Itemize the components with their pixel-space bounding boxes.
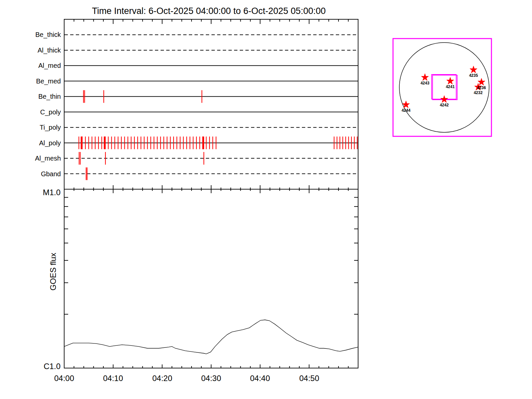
active-region-labels: 4243424142354236423242424244 xyxy=(402,73,486,113)
channel-label-gband: Gband xyxy=(41,170,61,178)
time-tick-label-0410: 04:10 xyxy=(103,374,123,383)
active-region-star xyxy=(421,74,429,81)
goes-ymin-label: C1.0 xyxy=(44,362,61,371)
active-region-number: 4244 xyxy=(402,108,411,113)
channel-label-al-thick: Al_thick xyxy=(38,47,61,54)
active-region-star xyxy=(441,96,448,103)
channel-label-al-poly: Al_poly xyxy=(39,139,61,147)
time-tick-label-0400: 04:00 xyxy=(54,374,74,383)
timeline-panel-border xyxy=(64,19,358,189)
channel-label-al-med: Al_med xyxy=(38,62,61,69)
channel-row-lines xyxy=(65,35,358,174)
active-region-star xyxy=(447,77,454,84)
channel-labels: Be_thick Al_thick Al_med Be_med Be_thin … xyxy=(35,31,61,178)
time-tick-label-0420: 04:20 xyxy=(152,374,172,383)
observation-timeline-figure: 4243424142354236423242424244 Time Interv… xyxy=(0,0,532,399)
sun-pointing-map xyxy=(393,39,491,136)
active-region-number: 4236 xyxy=(477,85,486,90)
channel-label-al-mesh: Al_mesh xyxy=(35,155,61,162)
panel-borders xyxy=(64,19,358,368)
active-region-number: 4235 xyxy=(469,73,478,78)
channel-label-ti-poly: Ti_poly xyxy=(40,124,61,131)
active-region-number: 4232 xyxy=(474,90,483,95)
channel-label-be-thin: Be_thin xyxy=(38,93,61,100)
figure-title: Time Interval: 6-Oct-2025 04:00:00 to 6-… xyxy=(92,6,326,16)
solar-limb-circle xyxy=(399,43,489,132)
active-region-number: 4242 xyxy=(440,103,449,107)
axis-ticks xyxy=(64,19,358,368)
time-tick-label-0440: 04:40 xyxy=(250,374,270,383)
goes-panel-border xyxy=(64,189,358,368)
channel-label-c-poly: C_poly xyxy=(40,108,61,116)
goes-y-axis-title: GOES flux xyxy=(49,253,58,290)
exposure-ticks xyxy=(79,90,357,180)
channel-label-be-thick: Be_thick xyxy=(35,31,61,39)
goes-ymax-label: M1.0 xyxy=(43,188,61,197)
time-tick-label-0430: 04:30 xyxy=(201,374,221,383)
active-region-star xyxy=(478,78,485,85)
active-region-number: 4243 xyxy=(421,81,430,85)
plot-window: 4243424142354236423242424244 Time Interv… xyxy=(0,0,532,399)
time-axis-labels: 04:00 04:10 04:20 04:30 04:40 04:50 xyxy=(54,374,319,383)
goes-flux-curve xyxy=(64,320,358,354)
time-tick-label-0450: 04:50 xyxy=(299,374,319,383)
goes-curve-line xyxy=(64,320,358,354)
channel-label-be-med: Be_med xyxy=(36,77,61,85)
active-region-star xyxy=(470,66,477,73)
active-region-number: 4241 xyxy=(446,84,455,89)
